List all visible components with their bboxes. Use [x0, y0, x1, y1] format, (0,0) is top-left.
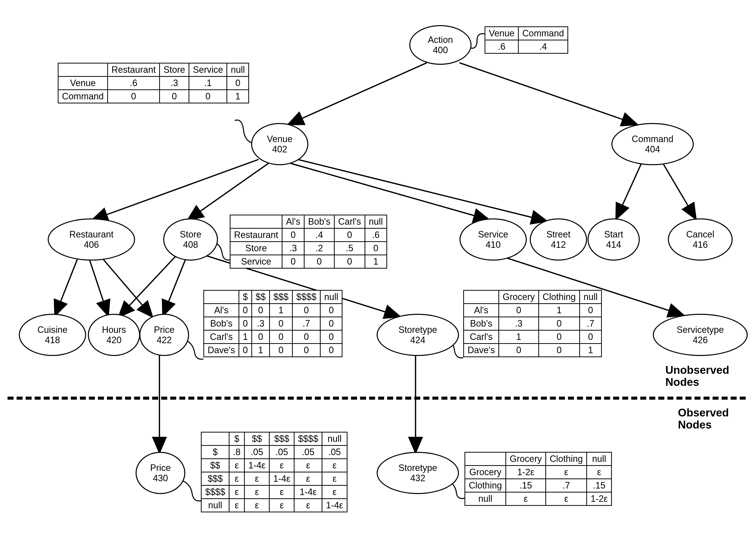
- label-observed-nodes: Observed Nodes: [678, 407, 753, 431]
- table-cell: 0: [189, 90, 227, 103]
- table-header-cell: null: [227, 63, 249, 77]
- table-cell: 1: [270, 304, 293, 317]
- table-cell: .8: [229, 446, 245, 459]
- table-cell: .3: [252, 317, 269, 330]
- table-row-label: Dave's: [464, 344, 499, 357]
- table-row-label: Carl's: [204, 330, 239, 344]
- table-cell: ε: [546, 466, 587, 479]
- node-price: Price 422: [139, 314, 189, 356]
- table-cell: 0: [252, 304, 269, 317]
- node-servicetype: Servicetype 426: [653, 314, 748, 356]
- node-command: Command 404: [611, 123, 694, 165]
- table-cell: ε: [587, 466, 612, 479]
- table-cell: 1: [365, 255, 387, 268]
- table-cell: 1-4ε: [294, 485, 322, 499]
- table-cell: ε: [269, 485, 294, 499]
- table-header-cell: $$$: [270, 290, 293, 304]
- node-street: Street 412: [530, 218, 587, 261]
- table-cell: ε: [269, 459, 294, 472]
- node-hours: Hours 420: [88, 314, 140, 356]
- table-cell: 1-4ε: [322, 499, 347, 512]
- table-cell: 0: [293, 344, 320, 357]
- table-cell: 0: [365, 242, 387, 255]
- node-restaurant: Restaurant 406: [48, 218, 135, 261]
- table-cell: ε: [294, 499, 322, 512]
- node-venue: Venue 402: [251, 123, 308, 165]
- table-header-cell: $$: [252, 290, 269, 304]
- table-header-cell: $$$$: [293, 290, 320, 304]
- observed-divider: [8, 397, 746, 400]
- table-row-label: Carl's: [464, 330, 499, 344]
- node-label: Action: [428, 35, 453, 45]
- table-header-cell: [204, 290, 239, 304]
- table-cell: 0: [252, 330, 269, 344]
- table-cell: .4: [304, 228, 334, 242]
- table-cell: 0: [320, 344, 342, 357]
- table-header-cell: $$$: [269, 432, 294, 446]
- probability-table-price-observed: $$$$$$$$$$null$.8.05.05.05.05$$ε1-4εεεε$…: [201, 432, 347, 512]
- table-row-label: null: [201, 499, 229, 512]
- table-cell: ε: [229, 459, 245, 472]
- table-header-cell: Restaurant: [108, 63, 160, 77]
- table-row-label: Clothing: [465, 479, 506, 492]
- table-cell: 0: [539, 344, 579, 357]
- table-cell: 1-4ε: [245, 459, 269, 472]
- table-cell: 0: [293, 330, 320, 344]
- table-header-cell: Clothing: [539, 290, 579, 304]
- table-row-label: $$$$: [201, 485, 229, 499]
- table-cell: 0: [334, 255, 365, 268]
- table-cell: 0: [320, 317, 342, 330]
- svg-line-9: [89, 259, 108, 315]
- table-cell: .6: [365, 228, 387, 242]
- svg-line-11: [119, 255, 177, 316]
- node-storetype-observed: Storetype 432: [377, 452, 459, 494]
- table-header-cell: Command: [518, 27, 568, 40]
- table-cell: .3: [160, 77, 189, 90]
- svg-line-5: [298, 159, 546, 221]
- table-cell: 0: [270, 317, 293, 330]
- table-header-cell: null: [322, 432, 347, 446]
- probability-table-store-names: Al'sBob'sCarl'snullRestaurant0.40.6Store…: [230, 215, 387, 269]
- table-header-cell: Grocery: [499, 290, 539, 304]
- table-cell: 1-2ε: [506, 466, 546, 479]
- table-row-label: Al's: [204, 304, 239, 317]
- table-header-cell: [201, 432, 229, 446]
- table-row-label: Al's: [464, 304, 499, 317]
- table-cell: .15: [506, 479, 546, 492]
- table-cell: 0: [580, 304, 602, 317]
- table-cell: 0: [108, 90, 160, 103]
- table-cell: 0: [160, 90, 189, 103]
- table-cell: 1: [539, 304, 579, 317]
- svg-line-1: [459, 63, 636, 124]
- table-cell: 1-2ε: [587, 492, 612, 506]
- table-cell: 1: [499, 330, 539, 344]
- table-cell: .05: [245, 446, 269, 459]
- table-cell: 0: [304, 255, 334, 268]
- table-cell: .6: [485, 40, 518, 53]
- table-header-cell: Venue: [485, 27, 518, 40]
- table-cell: ε: [229, 472, 245, 485]
- table-header-cell: null: [320, 290, 342, 304]
- table-row-label: Bob's: [204, 317, 239, 330]
- table-row-label: Restaurant: [230, 228, 282, 242]
- table-row-label: $$: [201, 459, 229, 472]
- table-cell: ε: [322, 472, 347, 485]
- table-cell: 0: [320, 304, 342, 317]
- table-row-label: $: [201, 446, 229, 459]
- table-cell: 0: [239, 317, 252, 330]
- table-header-cell: [230, 215, 282, 228]
- table-cell: 0: [320, 330, 342, 344]
- table-header-cell: null: [587, 452, 612, 466]
- table-cell: 0: [499, 344, 539, 357]
- table-header-cell: [58, 63, 108, 77]
- table-cell: 1-4ε: [269, 472, 294, 485]
- node-service: Service 410: [459, 218, 527, 261]
- table-header-cell: Clothing: [546, 452, 587, 466]
- table-cell: .1: [189, 77, 227, 90]
- table-cell: 0: [334, 228, 365, 242]
- table-cell: .15: [587, 479, 612, 492]
- probability-table-storetype-observed: GroceryClothingnullGrocery1-2εεεClothing…: [464, 452, 612, 506]
- table-row-label: Venue: [58, 77, 108, 90]
- table-cell: ε: [269, 499, 294, 512]
- table-cell: 0: [239, 304, 252, 317]
